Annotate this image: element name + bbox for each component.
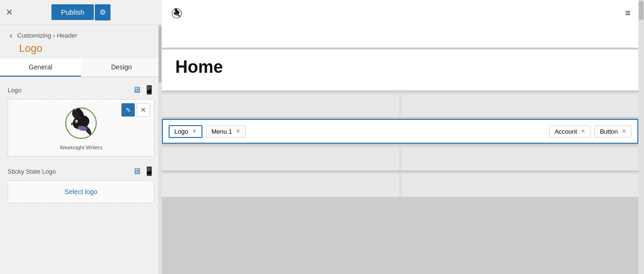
desktop-icon[interactable]: 🖥 xyxy=(132,85,141,95)
header-account-close[interactable]: ✕ xyxy=(581,128,585,135)
device-icons: 🖥 📱 xyxy=(132,85,154,95)
header-logo-close[interactable]: ✕ xyxy=(192,128,197,135)
preview-scrollbar[interactable] xyxy=(638,0,644,274)
sticky-desktop-icon[interactable]: 🖥 xyxy=(132,166,141,176)
footer-row-bottom xyxy=(162,174,638,197)
top-bar: ✕ Publish ⚙ xyxy=(0,0,162,25)
logo-edit-button[interactable]: ✎ xyxy=(121,103,135,117)
builder-row-right xyxy=(401,94,638,117)
back-button[interactable]: ‹ xyxy=(8,30,14,40)
breadcrumb-header[interactable]: Header xyxy=(57,32,77,39)
logo-image-container xyxy=(61,105,101,143)
sticky-device-icons: 🖥 📱 xyxy=(132,166,154,176)
footer-row-top xyxy=(162,147,638,170)
remove-x-icon: ✕ xyxy=(141,106,146,114)
tab-design[interactable]: Design xyxy=(81,59,162,77)
builder-row xyxy=(162,94,638,117)
svg-point-8 xyxy=(175,12,175,13)
header-right-items: Account ✕ Button ✕ xyxy=(549,126,632,137)
hamburger-icon[interactable]: ≡ xyxy=(625,8,631,19)
sticky-mobile-icon[interactable]: 📱 xyxy=(144,166,154,176)
sticky-logo-section-label: Sticky State Logo 🖥 📱 xyxy=(8,166,154,176)
breadcrumb-area: ‹ Customizing › Header xyxy=(0,25,162,42)
breadcrumb-customizing[interactable]: Customizing xyxy=(17,32,51,39)
scrollbar-thumb xyxy=(159,26,161,83)
left-panel: ✕ Publish ⚙ ‹ Customizing › Header Logo … xyxy=(0,0,162,274)
sticky-label-text: Sticky State Logo xyxy=(8,168,56,175)
preview-header: ≡ xyxy=(162,0,638,48)
logo-action-buttons: ✎ ✕ xyxy=(121,103,150,117)
header-button-close[interactable]: ✕ xyxy=(622,128,626,135)
select-logo-box[interactable]: Select logo xyxy=(8,180,154,203)
settings-button[interactable]: ⚙ xyxy=(95,4,111,20)
select-logo-link[interactable]: Select logo xyxy=(64,188,97,196)
header-logo-item[interactable]: Logo ✕ xyxy=(169,125,202,138)
breadcrumb-separator: › xyxy=(53,32,55,39)
header-menu1-item[interactable]: Menu 1 ✕ xyxy=(206,126,246,137)
header-menu1-close[interactable]: ✕ xyxy=(236,128,241,135)
header-button-item[interactable]: Button ✕ xyxy=(594,126,632,137)
header-account-label: Account xyxy=(554,128,577,135)
builder-row-left xyxy=(162,94,399,117)
page-title: Logo xyxy=(0,42,162,59)
left-panel-scrollbar[interactable] xyxy=(158,25,162,274)
close-button[interactable]: ✕ xyxy=(6,8,13,17)
mobile-icon[interactable]: 📱 xyxy=(144,85,154,95)
preview-hero-title: Home xyxy=(175,57,625,77)
header-builder-row: Logo ✕ Menu 1 ✕ Account ✕ Button ✕ xyxy=(162,119,638,144)
footer-cell-top-left xyxy=(162,147,399,170)
logo-section-label: Logo 🖥 📱 xyxy=(8,85,154,95)
breadcrumb: Customizing › Header xyxy=(17,32,77,39)
preview-header-logo xyxy=(170,6,184,20)
logo-label-text: Logo xyxy=(8,87,21,94)
footer-cell-bottom-left xyxy=(162,174,399,197)
preview-scrollbar-thumb xyxy=(639,1,644,20)
preview-hero: Home xyxy=(162,49,638,90)
header-account-item[interactable]: Account ✕ xyxy=(549,126,591,137)
tab-general[interactable]: General xyxy=(0,59,81,77)
logo-remove-button[interactable]: ✕ xyxy=(137,103,150,117)
footer-cell-top-right xyxy=(401,147,638,170)
header-logo-label: Logo xyxy=(174,128,188,135)
logo-preview-box: ✎ ✕ xyxy=(8,99,154,157)
publish-button[interactable]: Publish xyxy=(51,4,94,20)
svg-point-3 xyxy=(75,121,76,122)
panel-content: Logo 🖥 📱 ✎ ✕ xyxy=(0,77,162,274)
logo-image xyxy=(61,105,101,141)
preview-logo-svg xyxy=(170,6,183,20)
tabs: General Design xyxy=(0,59,162,77)
preview-area: ≡ Home Logo ✕ Menu 1 ✕ xyxy=(162,0,644,274)
logo-caption: Weeknight Writers xyxy=(60,145,102,150)
footer-cell-bottom-right xyxy=(401,174,638,197)
preview-content: ≡ Home Logo ✕ Menu 1 ✕ xyxy=(162,0,638,274)
header-menu1-label: Menu 1 xyxy=(211,128,232,135)
edit-pencil-icon: ✎ xyxy=(126,107,131,114)
header-button-label: Button xyxy=(600,128,618,135)
